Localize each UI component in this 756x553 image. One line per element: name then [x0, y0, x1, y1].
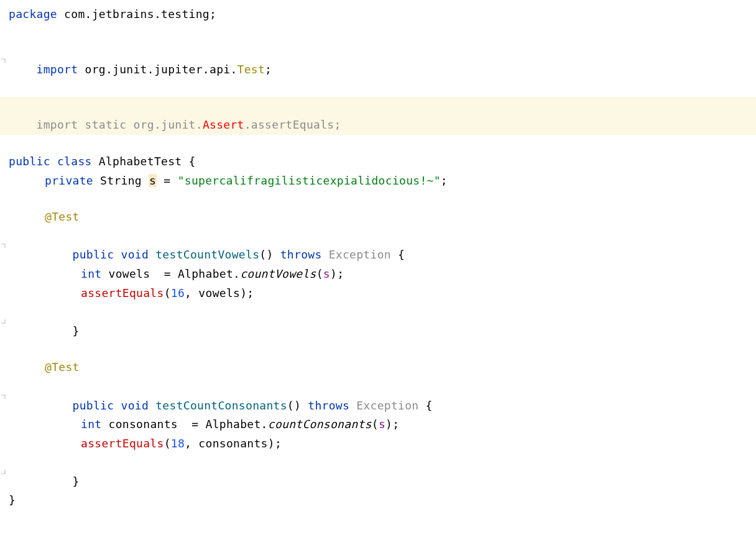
code-line[interactable]: } [9, 453, 756, 491]
type-string: String [93, 174, 149, 187]
annotation-test: @Test [45, 210, 80, 223]
semicolon: ; [247, 286, 254, 299]
gutter-fold-icon [0, 468, 6, 477]
keyword-private: private [45, 174, 93, 187]
keyword-throws: throws [308, 399, 349, 412]
brace-close: } [73, 475, 80, 488]
parens: () [259, 248, 273, 261]
assert-call: assertEquals [81, 437, 164, 450]
var-vowels: vowels [101, 267, 157, 280]
code-line[interactable]: } [9, 491, 756, 510]
brace-open: { [426, 399, 433, 412]
paren-close: ) [385, 418, 392, 431]
code-editor[interactable]: package com.jetbrains.testing; import or… [0, 0, 756, 510]
code-line[interactable]: int vowels = Alphabet.countVowels(s); [9, 265, 756, 284]
var-consonants: consonants [101, 418, 185, 431]
code-line-blank[interactable] [9, 135, 756, 152]
intention-bulb[interactable] [29, 82, 40, 94]
import-class: Test [237, 63, 265, 76]
equals: = [157, 174, 177, 187]
code-line[interactable]: int consonants = Alphabet.countConsonant… [9, 415, 756, 434]
gutter-fold-icon [0, 56, 6, 65]
import-error-class: Assert [203, 118, 244, 131]
arg-s: s [323, 267, 330, 280]
dot: . [261, 418, 268, 431]
comma: , [185, 437, 191, 450]
class-ref: Alphabet [178, 267, 233, 280]
arg-vowels: vowels [191, 286, 240, 299]
keyword-class: class [57, 155, 92, 168]
code-line-blank[interactable] [9, 190, 756, 208]
semicolon: ; [337, 267, 344, 280]
import-method: assertEquals [251, 118, 334, 131]
code-line-blank[interactable] [9, 340, 756, 358]
code-line[interactable]: package com.jetbrains.testing; [9, 5, 756, 24]
keyword-import: import [37, 63, 78, 76]
code-line[interactable]: import org.junit.jupiter.api.Test; [9, 42, 756, 80]
code-line-blank[interactable] [9, 24, 756, 42]
semicolon: ; [441, 174, 448, 187]
code-line[interactable]: } [9, 303, 756, 340]
dot: . [244, 118, 251, 131]
equals: = [185, 418, 205, 431]
code-line[interactable] [9, 80, 756, 97]
paren-close: ) [240, 286, 247, 299]
dot: . [233, 267, 240, 280]
method-name: testCountVowels [149, 248, 259, 261]
arg-consonants: consonants [191, 437, 268, 450]
gutter-fold-icon [0, 241, 6, 250]
equals: = [157, 267, 178, 280]
gutter-fold-icon [0, 392, 6, 401]
string-literal: "supercalifragilisticexpialidocious!~" [178, 174, 441, 187]
number-18: 18 [171, 437, 185, 450]
keyword-static: static [85, 118, 127, 131]
paren-open: ( [372, 418, 379, 431]
arg-s: s [379, 418, 385, 431]
assert-call: assertEquals [81, 286, 164, 299]
keyword-void: void [121, 399, 149, 412]
exception-type: Exception [322, 248, 399, 261]
brace-open: { [398, 248, 405, 261]
gutter-fold-icon [0, 318, 6, 326]
import-package: org.junit. [126, 118, 203, 131]
number-16: 16 [171, 286, 185, 299]
keyword-int: int [81, 418, 101, 431]
code-line-error[interactable]: import static org.junit.Assert.assertEqu… [0, 97, 756, 135]
brace-close: } [73, 324, 80, 337]
brace-close: } [9, 493, 16, 506]
code-line[interactable]: public void testCountVowels() throws Exc… [9, 227, 756, 265]
code-line[interactable]: @Test [9, 208, 756, 227]
space [114, 248, 121, 261]
keyword-public: public [73, 248, 114, 261]
space [301, 399, 308, 412]
annotation-test: @Test [45, 360, 80, 373]
keyword-void: void [121, 248, 149, 261]
code-line[interactable]: assertEquals(18, consonants); [9, 434, 756, 454]
keyword-import: import [37, 118, 78, 131]
keyword-public: public [9, 155, 50, 168]
method-name: testCountConsonants [149, 399, 287, 412]
space [114, 399, 121, 412]
space [274, 248, 280, 261]
keyword-throws: throws [280, 248, 322, 261]
semicolon: ; [334, 118, 341, 131]
code-line[interactable]: public void testCountConsonants() throws… [9, 377, 756, 415]
package-name: com.jetbrains.testing [57, 7, 210, 21]
keyword-int: int [81, 267, 101, 280]
code-line[interactable]: private String s = "supercalifragilistic… [9, 171, 756, 191]
code-line[interactable]: assertEquals(16, vowels); [9, 284, 756, 303]
comma: , [185, 286, 191, 299]
paren-open: ( [164, 286, 171, 299]
class-name: AlphabetTest [92, 155, 189, 168]
code-line[interactable]: public class AlphabetTest { [9, 152, 756, 171]
import-package: org.junit.jupiter.api. [78, 63, 237, 76]
paren-open: ( [316, 267, 323, 280]
exception-type: Exception [349, 399, 426, 412]
keyword-public: public [73, 399, 114, 412]
paren-open: ( [164, 437, 171, 450]
semicolon: ; [275, 437, 282, 450]
space [50, 155, 57, 168]
paren-close: ) [330, 267, 337, 280]
parens: () [287, 399, 301, 412]
code-line[interactable]: @Test [9, 358, 756, 377]
